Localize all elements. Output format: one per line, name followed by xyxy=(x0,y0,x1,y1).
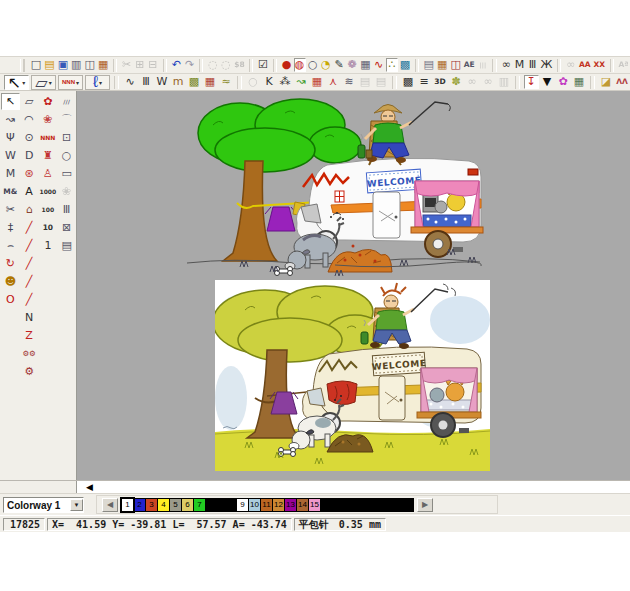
arch-digitize-tool[interactable]: ◠ xyxy=(20,111,39,128)
angle-run-tool[interactable]: ╱ xyxy=(20,219,39,236)
print-preview-button[interactable]: ◫ xyxy=(83,58,95,72)
link-a-button[interactable]: ∞ xyxy=(465,75,480,89)
width-edit-tool[interactable]: W xyxy=(1,147,20,164)
lettering-tool[interactable]: A xyxy=(20,183,39,200)
stitch-100-tool[interactable]: 100 xyxy=(39,201,58,218)
palette-swatch-13[interactable]: 13 xyxy=(285,499,296,511)
run-a-tool[interactable]: ╱ xyxy=(20,255,39,272)
paste-button[interactable]: ⊟ xyxy=(147,58,159,72)
letter-spacing-button[interactable]: Aª xyxy=(617,58,629,72)
satin-border-button[interactable]: M xyxy=(513,58,525,72)
branch-digitize-tool[interactable]: Ψ xyxy=(1,129,20,146)
checker-effect-button[interactable]: ▩ xyxy=(401,75,416,89)
palette-swatch-10[interactable]: 10 xyxy=(249,499,260,511)
freehand-draw-button[interactable]: ✎ xyxy=(333,58,345,72)
palette-swatch-5[interactable]: 5 xyxy=(170,499,181,511)
three-d-effect-button[interactable]: 3D xyxy=(433,75,448,89)
save-button[interactable]: ▣ xyxy=(57,58,69,72)
parallel-hatch-tool[interactable]: /// xyxy=(57,93,76,110)
e-stitch-button[interactable]: W xyxy=(155,75,170,89)
artwork-bitmap[interactable]: WELCOME xyxy=(215,280,490,471)
applique-button[interactable]: ▦ xyxy=(310,75,325,89)
stitch-cost-button[interactable]: $8 xyxy=(233,58,245,72)
chain-stitch-button[interactable]: ∞ xyxy=(500,58,512,72)
palette-swatch-3[interactable]: 3 xyxy=(146,499,157,511)
monogram-tool[interactable]: M& xyxy=(1,183,20,200)
mascot-tool[interactable]: ☻ xyxy=(1,273,20,290)
reshape-tool[interactable]: ▱ xyxy=(20,93,39,110)
ellipse-digitize-tool[interactable]: ○ xyxy=(57,147,76,164)
palette-swatch-15[interactable]: 15 xyxy=(309,499,320,511)
lettering-kerning-button[interactable]: AE xyxy=(463,58,476,72)
florentine-effect-button[interactable]: ✽ xyxy=(449,75,464,89)
hoop-stand-tool[interactable]: ♙ xyxy=(39,165,58,182)
reshape-tool-dropdown[interactable]: ▱▾ xyxy=(31,75,56,90)
grid-options-button[interactable]: ▦ xyxy=(572,75,587,89)
column-set-tool[interactable]: Ⅲ xyxy=(57,201,76,218)
stitch-1000-tool[interactable]: 1000 xyxy=(39,183,58,200)
fill-reserve-b-button[interactable]: ▤ xyxy=(374,75,389,89)
density-bars-button[interactable]: ||| xyxy=(477,58,489,72)
stitch-player-button[interactable]: ↧ xyxy=(524,75,539,89)
line-effect-button[interactable]: ≡ xyxy=(417,75,432,89)
satin-stitch-button[interactable]: Ⅲ xyxy=(139,75,154,89)
object-list-tool[interactable]: ▤ xyxy=(57,237,76,254)
offset-tool[interactable]: ‡ xyxy=(1,219,20,236)
pattern-grid-button[interactable]: ▦ xyxy=(359,58,371,72)
colorway-select[interactable]: Colorway 1 ▼ xyxy=(3,497,84,513)
new-button[interactable]: □ xyxy=(30,58,42,72)
rectangle-digitize-tool[interactable]: ▭ xyxy=(57,165,76,182)
palette-swatch-11[interactable]: 11 xyxy=(261,499,272,511)
frame-select-tool[interactable]: ⊡ xyxy=(57,129,76,146)
back-stitch-button[interactable]: K xyxy=(262,75,277,89)
travel-marker-button[interactable]: ▼ xyxy=(540,75,555,89)
stipple-run-button[interactable]: ⁂ xyxy=(278,75,293,89)
stitch-1-tool[interactable]: 1 xyxy=(39,237,58,254)
print-button[interactable]: ▥ xyxy=(70,58,82,72)
ornament-tool[interactable]: ♜ xyxy=(39,147,58,164)
design-canvas[interactable]: WELCOME xyxy=(77,91,630,480)
outline-o-tool[interactable]: O xyxy=(1,291,20,308)
send-to-machine-button[interactable]: ◪ xyxy=(599,75,614,89)
cut-button[interactable]: ✂ xyxy=(121,58,133,72)
mirror-pair-button[interactable]: AA xyxy=(578,58,592,72)
tatami-fill-button[interactable]: ▩ xyxy=(187,75,202,89)
buttonhole-button[interactable]: ⋏ xyxy=(326,75,341,89)
column-stitch-button[interactable]: Ⅲ xyxy=(526,58,538,72)
copy-button[interactable]: ⊞ xyxy=(134,58,146,72)
triple-run-tool-dropdown[interactable]: NNN▾ xyxy=(58,75,83,90)
settings-small-tool[interactable]: ⚙⚙ xyxy=(20,345,39,362)
palette-swatch-9[interactable]: 9 xyxy=(237,499,248,511)
toolbar-grip[interactable] xyxy=(20,59,25,72)
smudge-button[interactable]: ❁ xyxy=(346,58,358,72)
run-b-tool[interactable]: ╱ xyxy=(20,273,39,290)
hole-tool-button[interactable]: ○ xyxy=(246,75,261,89)
z-sequence-tool[interactable]: Z xyxy=(20,327,39,344)
branch-tool-button[interactable]: ↝ xyxy=(294,75,309,89)
team-names-button[interactable]: ΛΛ xyxy=(615,75,630,89)
circle-run-tool[interactable]: ⊙ xyxy=(20,129,39,146)
trim-tool[interactable]: ✂ xyxy=(1,201,20,218)
flower-stitch-tool[interactable]: ✿ xyxy=(39,93,58,110)
outline-run-button[interactable]: ○ xyxy=(307,58,319,72)
select-next-button[interactable]: ◌ xyxy=(220,58,232,72)
mirror-cross-button[interactable]: XX xyxy=(593,58,607,72)
stitch-preview-design[interactable]: WELCOME xyxy=(185,95,485,281)
redo-button[interactable]: ↷ xyxy=(183,58,195,72)
dotted-run-tool[interactable]: ╱ xyxy=(20,237,39,254)
overview-window-button[interactable]: ▥ xyxy=(497,75,512,89)
bitmap-tool-button[interactable]: ▤ xyxy=(423,58,435,72)
fill-reserve-a-button[interactable]: ▤ xyxy=(358,75,373,89)
triple-run-tool[interactable]: NNN xyxy=(39,129,58,146)
palette-swatch-4[interactable]: 4 xyxy=(158,499,169,511)
motif-run-button[interactable]: ∿ xyxy=(373,58,385,72)
select-tool-dropdown[interactable]: ↖▾ xyxy=(4,75,29,90)
fill-solid-button[interactable]: ● xyxy=(280,58,292,72)
stitch-10-tool[interactable]: 10 xyxy=(39,219,58,236)
select-tool[interactable]: ↖ xyxy=(1,93,20,110)
caravan-motif-tool[interactable]: ⌂ xyxy=(20,201,39,218)
n-sequence-tool[interactable]: N xyxy=(20,309,39,326)
open-button[interactable]: ▤ xyxy=(43,58,55,72)
palette-scroll-right-button[interactable]: ▶ xyxy=(417,498,433,512)
chevron-down-icon[interactable]: ▼ xyxy=(70,499,83,511)
